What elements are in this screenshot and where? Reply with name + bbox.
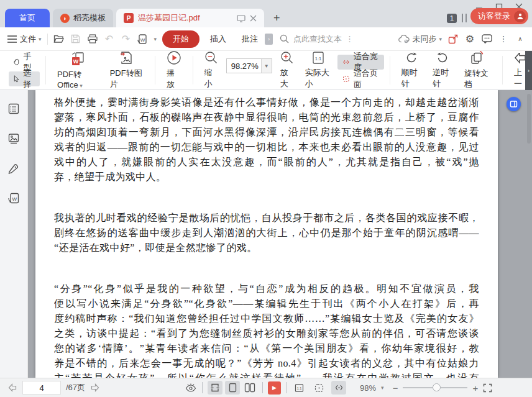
zoom-in-icon	[280, 51, 294, 65]
prev-page-nav-icon[interactable]	[7, 383, 17, 393]
play-circle-icon	[167, 50, 181, 65]
share-icon[interactable]	[447, 34, 459, 45]
vertical-scrollbar[interactable]	[527, 94, 531, 144]
fit-page-button[interactable]: 适合页面	[337, 71, 383, 86]
print-icon[interactable]	[87, 34, 98, 45]
paragraph: “分身”“化身”似乎是我的一种欲望，与“自恋”成为相反的趋极。明知不宜做演员，我…	[54, 281, 479, 378]
menu-insert[interactable]: 插入	[205, 34, 231, 45]
sync-status[interactable]: 未同步 ▾	[398, 34, 442, 45]
zoom-out-button[interactable]: 缩小	[199, 53, 224, 88]
export-word-panel-icon[interactable]: W	[7, 192, 20, 204]
fit-page-status-button[interactable]	[311, 381, 326, 395]
zoom-minus-button[interactable]: −	[393, 383, 398, 393]
svg-text:W: W	[73, 58, 79, 65]
page-number-input[interactable]: 4	[22, 381, 61, 395]
side-panel-float-button[interactable]	[507, 97, 521, 111]
single-page-view-button[interactable]	[225, 381, 240, 395]
tab-document[interactable]: P 温莎墓园日记.pdf	[116, 9, 264, 27]
expand-panel-handle[interactable]: ›	[525, 51, 532, 90]
save-icon[interactable]	[70, 34, 81, 45]
svg-text:W: W	[12, 196, 17, 202]
new-tab-button[interactable]: +	[267, 9, 287, 27]
more-options-icon[interactable]: ⋮	[498, 34, 509, 45]
pdf-to-image-button[interactable]: PDF转图片	[104, 53, 149, 88]
chevron-down-icon: ▾	[78, 83, 83, 89]
pdf-file-icon: P	[124, 13, 134, 23]
select-tool-label: 选择	[23, 68, 35, 90]
zoom-in-button[interactable]: 放大	[275, 53, 300, 88]
tab-home-label: 首页	[19, 12, 35, 24]
file-menu[interactable]: 文件 ▾	[6, 34, 42, 45]
divider	[45, 56, 46, 84]
pdf-page[interactable]: 格外便捷，霎时满街身影笑语像是还有什么事情好做，像是一个方向走的，却越走越岔渐渐…	[35, 90, 498, 378]
feedback-chat-icon[interactable]	[481, 34, 492, 45]
zoom-slider-knob[interactable]	[433, 383, 441, 391]
hamburger-icon	[6, 34, 17, 45]
tab-home[interactable]: 首页	[5, 9, 50, 27]
collapse-ribbon-icon[interactable]: ∧	[515, 34, 526, 45]
rotate-document-label: 旋转文档	[464, 68, 491, 90]
window-count-badge[interactable]: 1	[447, 14, 457, 23]
fit-page-label: 适合页面	[354, 68, 379, 90]
toolbar-more-caret-icon[interactable]: ▾	[154, 36, 157, 42]
select-tool-button[interactable]: 选择	[9, 71, 40, 86]
two-page-view-button[interactable]	[242, 381, 257, 395]
thumbnails-panel-icon[interactable]	[7, 132, 20, 145]
present-to-screen-icon[interactable]	[237, 14, 245, 22]
text-line: 度约稿时声称：“我们知道您曾经担任过中学国文教师……”某编辑女士览及《完美的女友…	[54, 311, 479, 326]
text-line: 戏中的人了，就嫌眼前的人实在太没意趣，而“眼前的人”，尤其就是指自己，被“戏”抛	[54, 155, 479, 170]
redo-icon[interactable]: ↷	[121, 34, 132, 45]
rotate-counterclockwise-button[interactable]: 逆时针	[427, 53, 459, 88]
text-line: 主“芳芳是个好女孩”，所以“你怎么就这样看待她”——我没有在中学教过国文。也没有	[54, 371, 479, 378]
find-text-box[interactable]: 点此查找文本 ⋮	[278, 34, 354, 45]
actual-size-status-button[interactable]: 1:1	[291, 381, 306, 395]
zoom-slider[interactable]	[403, 387, 467, 388]
search-options-icon[interactable]: ⋮	[346, 34, 354, 43]
actual-size-button[interactable]: 1:1 实际大小	[300, 53, 337, 88]
divider	[193, 56, 193, 84]
close-tab-icon[interactable]	[250, 15, 257, 22]
text-line: 坊的高烟囱顶着一弯新月，下面河水黑得像深潭，沿岸民房接瓦连檐偶有二三明窗，等候看	[54, 125, 479, 140]
tab-docer-templates[interactable]: ◗ 稻壳模板	[53, 9, 113, 27]
start-slideshow-button[interactable]: ▶	[268, 381, 281, 395]
document-viewport[interactable]: 格外便捷，霎时满街身影笑语像是还有什么事情好做，像是一个方向走的，却越走越岔渐渐…	[28, 90, 532, 378]
undo-icon[interactable]: ↶	[104, 34, 115, 45]
pdf-to-office-button[interactable]: W PDF转Office ▾	[52, 53, 104, 88]
annotate-pen-icon[interactable]	[7, 162, 20, 175]
zoom-level-combobox[interactable]: 98.27% ▼	[226, 58, 272, 73]
rotate-clockwise-button[interactable]: 顺时针	[395, 53, 427, 88]
export-word-icon[interactable]: W	[137, 34, 149, 45]
settings-gear-icon[interactable]: ⚙	[464, 34, 475, 45]
divider	[47, 34, 48, 45]
fit-width-status-button[interactable]	[331, 381, 346, 395]
pdf-to-image-icon	[119, 50, 134, 65]
tab-list-icon[interactable]	[462, 14, 467, 22]
rotate-document-button[interactable]: 旋转文档	[459, 53, 497, 88]
zoom-out-label: 缩小	[204, 67, 218, 89]
divider	[202, 382, 203, 393]
comment-expand-icon[interactable]: ›	[265, 34, 273, 45]
eye-protection-icon[interactable]	[185, 383, 197, 393]
zoom-plus-button[interactable]: +	[472, 383, 478, 393]
text-line: 养是不错的，后来怎会一事无成的呢？”《芳芳 no.4》引起女读者的义忿，其中有位…	[54, 356, 479, 371]
menu-comment[interactable]: 批注	[237, 34, 259, 45]
menu-start[interactable]: 开始	[162, 30, 200, 48]
fullscreen-icon[interactable]	[483, 383, 492, 393]
rotate-counterclockwise-label: 逆时针	[433, 67, 453, 89]
next-page-nav-icon[interactable]	[90, 383, 100, 393]
outline-panel-icon[interactable]	[7, 103, 20, 115]
zoom-percent-label: 98%	[360, 383, 376, 393]
play-slideshow-button[interactable]: 播放	[161, 53, 187, 88]
continuous-scroll-view-button[interactable]	[208, 381, 222, 395]
open-file-icon[interactable]	[53, 34, 65, 45]
guest-login-button[interactable]: 访客登录	[470, 8, 528, 24]
search-icon	[278, 34, 290, 45]
zoom-combo-caret-icon[interactable]: ▼	[261, 59, 272, 73]
zoom-percent-caret-icon[interactable]: ▾	[381, 385, 384, 391]
text-line: 我执著的儿时看戏的经验宁是散场后的忧悒，自从投身于都市之后，各类各国的戏应接不暇…	[54, 211, 479, 226]
file-menu-label: 文件	[20, 34, 36, 45]
wps-pdf-window: 首页 ◗ 稻壳模板 P 温莎墓园日记.pdf + 1	[0, 0, 532, 397]
pdf-toolbar: 手型 选择 W PDF转Office ▾ PDF转图片 播放	[0, 51, 532, 90]
zoom-level-value: 98.27%	[227, 62, 261, 71]
text-line: 格外便捷，霎时满街身影笑语像是还有什么事情好做，像是一个方向走的，却越走越岔渐渐	[54, 95, 479, 110]
